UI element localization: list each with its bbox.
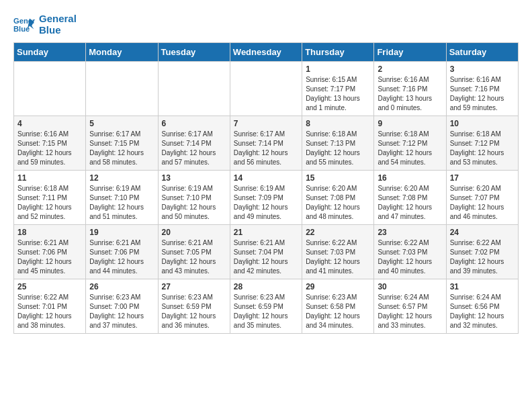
- day-info: Sunrise: 6:20 AMSunset: 7:08 PMDaylight:…: [378, 184, 442, 222]
- day-number: 31: [450, 282, 515, 291]
- day-info: Sunrise: 6:17 AMSunset: 7:15 PMDaylight:…: [89, 130, 154, 167]
- calendar-cell: 4Sunrise: 6:16 AMSunset: 7:15 PMDaylight…: [14, 116, 86, 171]
- day-number: 22: [306, 228, 370, 237]
- day-info: Sunrise: 6:24 AMSunset: 6:57 PMDaylight:…: [378, 293, 442, 330]
- calendar-cell: 16Sunrise: 6:20 AMSunset: 7:08 PMDayligh…: [374, 171, 446, 225]
- day-info: Sunrise: 6:17 AMSunset: 7:14 PMDaylight:…: [234, 130, 298, 167]
- day-number: 7: [234, 119, 298, 128]
- day-header-thursday: Thursday: [302, 43, 374, 62]
- day-info: Sunrise: 6:22 AMSunset: 7:03 PMDaylight:…: [378, 238, 442, 276]
- week-row-4: 18Sunrise: 6:21 AMSunset: 7:06 PMDayligh…: [14, 225, 519, 279]
- calendar-cell: 14Sunrise: 6:19 AMSunset: 7:09 PMDayligh…: [230, 171, 302, 225]
- calendar-cell: 24Sunrise: 6:22 AMSunset: 7:02 PMDayligh…: [446, 225, 518, 279]
- day-number: 18: [17, 228, 82, 237]
- calendar-cell: 25Sunrise: 6:22 AMSunset: 7:01 PMDayligh…: [14, 279, 86, 334]
- day-number: 4: [17, 119, 82, 128]
- day-info: Sunrise: 6:21 AMSunset: 7:04 PMDaylight:…: [234, 238, 298, 276]
- day-header-wednesday: Wednesday: [230, 43, 302, 62]
- week-row-5: 25Sunrise: 6:22 AMSunset: 7:01 PMDayligh…: [14, 279, 519, 334]
- calendar-cell: 10Sunrise: 6:18 AMSunset: 7:12 PMDayligh…: [446, 116, 518, 171]
- day-info: Sunrise: 6:23 AMSunset: 6:59 PMDaylight:…: [162, 293, 226, 330]
- calendar-cell: 8Sunrise: 6:18 AMSunset: 7:13 PMDaylight…: [302, 116, 374, 171]
- calendar-cell: [230, 62, 302, 116]
- day-headers-row: SundayMondayTuesdayWednesdayThursdayFrid…: [14, 43, 519, 62]
- calendar-cell: 6Sunrise: 6:17 AMSunset: 7:14 PMDaylight…: [158, 116, 230, 171]
- day-header-friday: Friday: [374, 43, 446, 62]
- calendar-cell: 29Sunrise: 6:23 AMSunset: 6:58 PMDayligh…: [302, 279, 374, 334]
- calendar-cell: 3Sunrise: 6:16 AMSunset: 7:16 PMDaylight…: [446, 62, 518, 116]
- logo: General Blue GeneralBlue: [13, 13, 77, 36]
- day-info: Sunrise: 6:22 AMSunset: 7:01 PMDaylight:…: [17, 293, 82, 330]
- calendar-cell: 30Sunrise: 6:24 AMSunset: 6:57 PMDayligh…: [374, 279, 446, 334]
- day-number: 26: [89, 282, 154, 291]
- day-number: 11: [17, 173, 82, 183]
- day-info: Sunrise: 6:16 AMSunset: 7:15 PMDaylight:…: [17, 130, 82, 167]
- week-row-2: 4Sunrise: 6:16 AMSunset: 7:15 PMDaylight…: [14, 116, 519, 171]
- calendar-cell: 17Sunrise: 6:20 AMSunset: 7:07 PMDayligh…: [446, 171, 518, 225]
- day-number: 8: [306, 119, 370, 128]
- day-number: 16: [378, 173, 442, 183]
- calendar-table: SundayMondayTuesdayWednesdayThursdayFrid…: [13, 42, 519, 334]
- day-number: 13: [162, 173, 226, 183]
- day-info: Sunrise: 6:17 AMSunset: 7:14 PMDaylight:…: [162, 130, 226, 167]
- calendar-cell: 20Sunrise: 6:21 AMSunset: 7:05 PMDayligh…: [158, 225, 230, 279]
- day-number: 12: [89, 173, 154, 183]
- day-number: 6: [162, 119, 226, 128]
- logo-icon: General Blue: [13, 14, 35, 36]
- day-header-sunday: Sunday: [14, 43, 86, 62]
- page-header: General Blue GeneralBlue: [13, 13, 519, 36]
- day-info: Sunrise: 6:18 AMSunset: 7:13 PMDaylight:…: [306, 130, 370, 167]
- day-number: 29: [306, 282, 370, 291]
- calendar-cell: 19Sunrise: 6:21 AMSunset: 7:06 PMDayligh…: [86, 225, 158, 279]
- calendar-cell: 22Sunrise: 6:22 AMSunset: 7:03 PMDayligh…: [302, 225, 374, 279]
- day-info: Sunrise: 6:21 AMSunset: 7:06 PMDaylight:…: [17, 238, 82, 276]
- calendar-cell: [14, 62, 86, 116]
- calendar-cell: 9Sunrise: 6:18 AMSunset: 7:12 PMDaylight…: [374, 116, 446, 171]
- calendar-cell: 23Sunrise: 6:22 AMSunset: 7:03 PMDayligh…: [374, 225, 446, 279]
- day-number: 2: [378, 64, 442, 74]
- day-number: 27: [162, 282, 226, 291]
- calendar-cell: 2Sunrise: 6:16 AMSunset: 7:16 PMDaylight…: [374, 62, 446, 116]
- calendar-cell: 18Sunrise: 6:21 AMSunset: 7:06 PMDayligh…: [14, 225, 86, 279]
- day-info: Sunrise: 6:24 AMSunset: 6:56 PMDaylight:…: [450, 293, 515, 330]
- week-row-3: 11Sunrise: 6:18 AMSunset: 7:11 PMDayligh…: [14, 171, 519, 225]
- day-info: Sunrise: 6:18 AMSunset: 7:11 PMDaylight:…: [17, 184, 82, 222]
- day-info: Sunrise: 6:18 AMSunset: 7:12 PMDaylight:…: [378, 130, 442, 167]
- day-number: 19: [89, 228, 154, 237]
- day-number: 5: [89, 119, 154, 128]
- day-number: 15: [306, 173, 370, 183]
- day-header-monday: Monday: [86, 43, 158, 62]
- day-number: 14: [234, 173, 298, 183]
- day-info: Sunrise: 6:23 AMSunset: 6:59 PMDaylight:…: [234, 293, 298, 330]
- calendar-cell: 21Sunrise: 6:21 AMSunset: 7:04 PMDayligh…: [230, 225, 302, 279]
- day-info: Sunrise: 6:15 AMSunset: 7:17 PMDaylight:…: [306, 75, 370, 113]
- day-info: Sunrise: 6:16 AMSunset: 7:16 PMDaylight:…: [378, 75, 442, 113]
- calendar-cell: 28Sunrise: 6:23 AMSunset: 6:59 PMDayligh…: [230, 279, 302, 334]
- day-info: Sunrise: 6:22 AMSunset: 7:03 PMDaylight:…: [306, 238, 370, 276]
- day-number: 10: [450, 119, 515, 128]
- day-info: Sunrise: 6:19 AMSunset: 7:10 PMDaylight:…: [162, 184, 226, 222]
- day-info: Sunrise: 6:21 AMSunset: 7:06 PMDaylight:…: [89, 238, 154, 276]
- calendar-cell: 5Sunrise: 6:17 AMSunset: 7:15 PMDaylight…: [86, 116, 158, 171]
- day-number: 20: [162, 228, 226, 237]
- day-info: Sunrise: 6:22 AMSunset: 7:02 PMDaylight:…: [450, 238, 515, 276]
- calendar-cell: 11Sunrise: 6:18 AMSunset: 7:11 PMDayligh…: [14, 171, 86, 225]
- day-number: 30: [378, 282, 442, 291]
- day-number: 3: [450, 64, 515, 74]
- day-info: Sunrise: 6:16 AMSunset: 7:16 PMDaylight:…: [450, 75, 515, 113]
- logo-text: GeneralBlue: [39, 13, 77, 36]
- day-number: 28: [234, 282, 298, 291]
- calendar-cell: [86, 62, 158, 116]
- day-info: Sunrise: 6:20 AMSunset: 7:08 PMDaylight:…: [306, 184, 370, 222]
- day-info: Sunrise: 6:19 AMSunset: 7:10 PMDaylight:…: [89, 184, 154, 222]
- day-number: 17: [450, 173, 515, 183]
- day-header-saturday: Saturday: [446, 43, 518, 62]
- day-number: 1: [306, 64, 370, 74]
- day-info: Sunrise: 6:21 AMSunset: 7:05 PMDaylight:…: [162, 238, 226, 276]
- day-info: Sunrise: 6:20 AMSunset: 7:07 PMDaylight:…: [450, 184, 515, 222]
- calendar-cell: 7Sunrise: 6:17 AMSunset: 7:14 PMDaylight…: [230, 116, 302, 171]
- day-number: 9: [378, 119, 442, 128]
- week-row-1: 1Sunrise: 6:15 AMSunset: 7:17 PMDaylight…: [14, 62, 519, 116]
- calendar-cell: 27Sunrise: 6:23 AMSunset: 6:59 PMDayligh…: [158, 279, 230, 334]
- calendar-cell: 15Sunrise: 6:20 AMSunset: 7:08 PMDayligh…: [302, 171, 374, 225]
